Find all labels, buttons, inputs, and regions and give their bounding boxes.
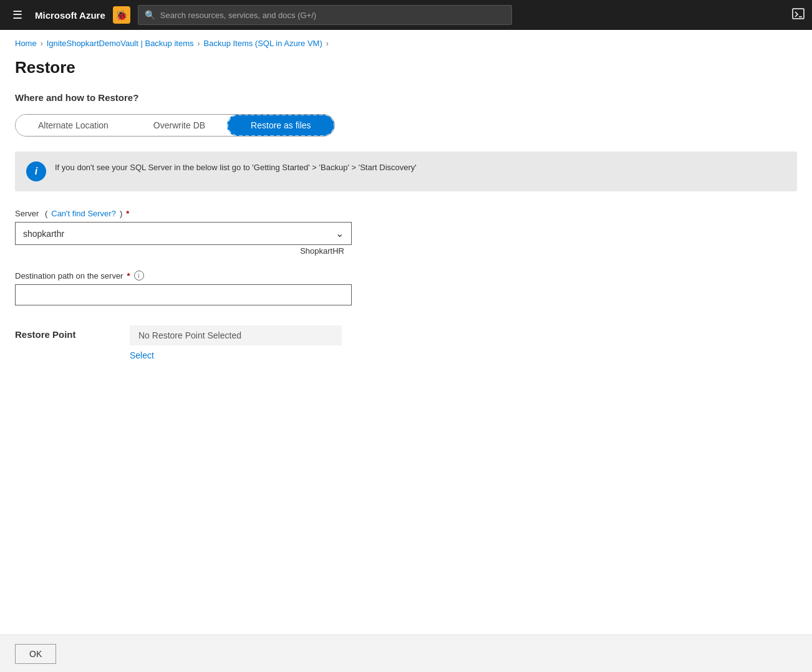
- search-icon: 🔍: [145, 10, 155, 20]
- cant-find-server-link[interactable]: Can't find Server?: [51, 209, 116, 218]
- info-icon: i: [26, 161, 46, 181]
- tab-restore-as-files[interactable]: Restore as files: [227, 114, 334, 137]
- chevron-down-icon: ⌄: [336, 228, 344, 239]
- search-bar[interactable]: 🔍: [138, 5, 512, 25]
- server-required-star: *: [126, 209, 129, 218]
- search-input[interactable]: [160, 11, 505, 20]
- feedback-icon[interactable]: 🐞: [113, 6, 130, 24]
- breadcrumb: Home › IgniteShopkartDemoVault | Backup …: [0, 30, 812, 53]
- terminal-icon[interactable]: [792, 7, 805, 23]
- info-text: If you don't see your SQL Server in the …: [55, 161, 417, 174]
- restore-point-right: No Restore Point Selected Select: [130, 325, 342, 360]
- breadcrumb-sep-3: ›: [326, 39, 329, 48]
- info-box: i If you don't see your SQL Server in th…: [15, 151, 797, 191]
- server-dropdown-value: shopkarthr: [23, 229, 64, 239]
- topbar: ☰ Microsoft Azure 🐞 🔍: [0, 0, 812, 30]
- tab-alternate-location[interactable]: Alternate Location: [16, 115, 131, 136]
- restore-point-display: No Restore Point Selected: [130, 325, 342, 345]
- server-dropdown-option: ShopkartHR: [15, 245, 352, 257]
- main-content: Home › IgniteShopkartDemoVault | Backup …: [0, 30, 812, 635]
- svg-rect-0: [793, 9, 804, 19]
- breadcrumb-sep-1: ›: [41, 39, 43, 48]
- destination-required-star: *: [127, 271, 130, 281]
- destination-info-icon: i: [134, 271, 144, 281]
- bottom-bar: OK: [0, 635, 812, 672]
- page-title: Restore: [0, 53, 812, 92]
- server-field-group: Server (Can't find Server?) * shopkarthr…: [15, 209, 797, 257]
- section-heading: Where and how to Restore?: [15, 92, 797, 103]
- destination-label: Destination path on the server * i: [15, 271, 797, 281]
- destination-field-group: Destination path on the server * i: [15, 271, 797, 305]
- ok-button[interactable]: OK: [15, 644, 56, 664]
- restore-type-tabs: Alternate Location Overwrite DB Restore …: [15, 114, 335, 137]
- restore-point-section: Restore Point No Restore Point Selected …: [15, 325, 797, 360]
- tab-overwrite-db[interactable]: Overwrite DB: [131, 115, 228, 136]
- select-restore-point-link[interactable]: Select: [130, 350, 154, 360]
- menu-icon[interactable]: ☰: [7, 6, 27, 24]
- app-title: Microsoft Azure: [35, 10, 105, 21]
- server-label: Server (Can't find Server?) *: [15, 209, 797, 218]
- breadcrumb-sep-2: ›: [198, 39, 200, 48]
- form-area: Where and how to Restore? Alternate Loca…: [0, 92, 812, 360]
- server-dropdown[interactable]: shopkarthr ⌄: [15, 222, 352, 245]
- breadcrumb-vault[interactable]: IgniteShopkartDemoVault | Backup items: [47, 39, 194, 48]
- breadcrumb-home[interactable]: Home: [15, 39, 37, 48]
- breadcrumb-backup-items[interactable]: Backup Items (SQL in Azure VM): [204, 39, 322, 48]
- destination-input[interactable]: [15, 284, 352, 305]
- restore-point-label: Restore Point: [15, 325, 115, 340]
